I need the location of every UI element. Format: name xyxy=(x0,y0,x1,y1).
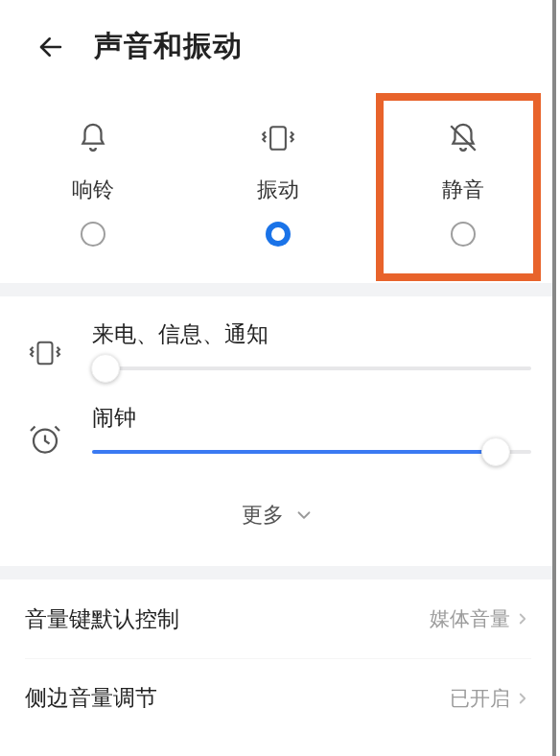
volume-sliders: 来电、信息、通知 闹钟 更多 xyxy=(0,296,556,566)
tutorial-highlight xyxy=(376,93,541,281)
mode-vibrate[interactable]: 振动 xyxy=(185,110,370,260)
sound-mode-selector: 响铃 振动 静音 xyxy=(0,87,556,283)
alarm-clock-icon xyxy=(25,422,65,457)
slider-fill xyxy=(92,450,496,454)
mode-ring[interactable]: 响铃 xyxy=(0,110,185,260)
page-title: 声音和振动 xyxy=(94,27,243,66)
list-item-label: 侧边音量调节 xyxy=(25,683,157,713)
chevron-down-icon xyxy=(293,505,315,526)
header: 声音和振动 xyxy=(0,0,556,87)
list-item-label: 音量键默认控制 xyxy=(25,604,179,634)
back-arrow-icon xyxy=(36,33,65,61)
slider-thumb[interactable] xyxy=(91,354,120,383)
section-divider xyxy=(0,566,556,579)
more-button[interactable]: 更多 xyxy=(25,489,531,556)
list-item-volume-key-default[interactable]: 音量键默认控制 媒体音量 xyxy=(25,579,531,658)
list-item-value-wrap: 已开启 xyxy=(450,685,531,712)
vibrate-icon xyxy=(25,339,65,367)
volume-slider[interactable] xyxy=(92,366,531,370)
back-button[interactable] xyxy=(35,31,67,63)
slider-notifications: 来电、信息、通知 xyxy=(25,319,531,370)
chevron-right-icon xyxy=(514,610,531,627)
svg-rect-1 xyxy=(270,127,286,150)
list-item-side-volume[interactable]: 侧边音量调节 已开启 xyxy=(25,658,531,737)
bell-icon xyxy=(77,118,109,158)
slider-label: 闹钟 xyxy=(92,403,531,433)
volume-slider[interactable] xyxy=(92,450,531,454)
scrollbar[interactable] xyxy=(552,0,556,756)
list-item-value-wrap: 媒体音量 xyxy=(430,605,531,632)
more-label: 更多 xyxy=(242,501,284,530)
slider-alarm: 闹钟 xyxy=(25,403,531,457)
mode-radio[interactable] xyxy=(81,222,105,247)
svg-rect-3 xyxy=(38,343,53,365)
chevron-right-icon xyxy=(514,690,531,707)
list-item-value: 已开启 xyxy=(450,685,510,712)
settings-page: 声音和振动 响铃 振动 静音 xyxy=(0,0,556,756)
vibrate-icon xyxy=(258,118,298,158)
slider-thumb[interactable] xyxy=(481,437,510,466)
settings-list: 音量键默认控制 媒体音量 侧边音量调节 已开启 xyxy=(0,579,556,737)
mode-radio[interactable] xyxy=(266,222,291,247)
mode-label: 振动 xyxy=(257,176,299,204)
section-divider xyxy=(0,283,556,296)
list-item-value: 媒体音量 xyxy=(430,605,510,632)
mode-label: 响铃 xyxy=(72,176,114,204)
slider-label: 来电、信息、通知 xyxy=(92,319,531,349)
